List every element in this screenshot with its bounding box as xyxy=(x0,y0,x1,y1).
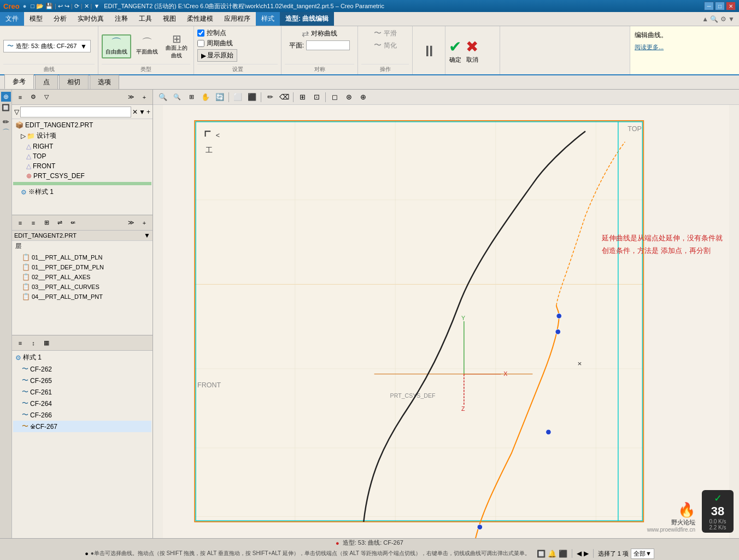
tab-point[interactable]: 点 xyxy=(35,75,58,89)
pause-button[interactable]: ⏸ xyxy=(421,42,437,60)
menu-analysis[interactable]: 分析 xyxy=(48,12,72,26)
tree-more-btn[interactable]: ≫ xyxy=(125,92,137,103)
menu-curve-edit[interactable]: 造型: 曲线编辑 xyxy=(280,12,334,26)
status-icon3[interactable]: ⬛ xyxy=(559,550,567,558)
new-icon[interactable]: □ xyxy=(31,3,34,10)
erase-btn[interactable]: ⌫ xyxy=(278,91,291,103)
regen-icon[interactable]: ⟳ xyxy=(74,3,79,10)
curve-cf267[interactable]: 〜 ※CF-267 xyxy=(13,421,151,432)
grid-btn[interactable]: ⊞ xyxy=(296,91,309,103)
wireframe-btn[interactable]: ⬜ xyxy=(231,91,244,103)
style-filter-btn[interactable]: ▦ xyxy=(40,338,52,349)
layer-03[interactable]: 📋 03__PRT_ALL_CURVES xyxy=(13,282,151,292)
view-orient-btn[interactable]: ⊛ xyxy=(342,91,355,103)
layer-02[interactable]: 📋 02__PRT_ALL_AXES xyxy=(13,272,151,282)
tree-front[interactable]: △ FRONT xyxy=(13,161,151,171)
save-icon[interactable]: 💾 xyxy=(45,3,53,10)
periodic-curve-checkbox[interactable] xyxy=(197,40,204,47)
curve-cf262[interactable]: 〜 CF-262 xyxy=(13,363,151,375)
search-clear-icon[interactable]: ✕ xyxy=(132,108,138,116)
control-points-checkbox[interactable] xyxy=(197,30,204,37)
tree-top[interactable]: △ TOP xyxy=(13,151,151,161)
status-arrow-right[interactable]: ▶ xyxy=(584,550,589,557)
zoom-in-btn[interactable]: 🔍 xyxy=(156,91,169,103)
status-all-dropdown[interactable]: 全部▼ xyxy=(631,549,654,559)
maximize-button[interactable]: □ xyxy=(715,2,725,10)
tree-right[interactable]: △ RIGHT xyxy=(13,142,151,151)
free-curve-button[interactable]: ⌒ 自由曲线 xyxy=(102,34,131,58)
open-icon[interactable]: 📂 xyxy=(36,3,44,10)
layer-split-btn[interactable]: ⇍ xyxy=(67,217,79,228)
settings-icon[interactable]: ▼ xyxy=(93,3,99,10)
menu-simulation[interactable]: 实时仿真 xyxy=(72,12,109,26)
menu-view[interactable]: 视图 xyxy=(157,12,181,26)
cancel-button[interactable]: ✖ 取消 xyxy=(466,38,478,64)
expand-all-btn[interactable]: ≡ xyxy=(14,92,26,103)
control-points-check[interactable]: 控制点 xyxy=(197,28,226,38)
status-icon2[interactable]: 🔔 xyxy=(548,550,556,558)
menu-flexible[interactable]: 柔性建模 xyxy=(181,12,219,26)
layer-list-btn[interactable]: ≡ xyxy=(27,217,39,228)
menu-tools[interactable]: 工具 xyxy=(133,12,157,26)
tree-csys[interactable]: ⊕ PRT_CSYS_DEF xyxy=(13,171,151,181)
rotate-btn[interactable]: 🔄 xyxy=(213,91,226,103)
layer-merge-btn[interactable]: ⇌ xyxy=(54,217,66,228)
close-win-icon[interactable]: ✕ xyxy=(84,3,89,10)
show-original-button[interactable]: ▶ 显示原始 xyxy=(197,49,237,62)
shaded-btn[interactable]: ⬛ xyxy=(245,91,259,103)
smooth-button[interactable]: 〜 平滑 xyxy=(374,28,397,38)
tree-search-input[interactable] xyxy=(20,107,131,117)
curve-cf261[interactable]: 〜 CF-261 xyxy=(13,386,151,398)
tree-design-group[interactable]: ▷ 📁 设计项 xyxy=(13,130,151,142)
menu-style[interactable]: 样式 xyxy=(256,12,280,26)
tab-reference[interactable]: 参考 xyxy=(4,74,34,89)
layer-add-btn[interactable]: + xyxy=(138,217,150,228)
surface-curve-button[interactable]: ⊞ 曲面上的曲线 xyxy=(163,32,190,61)
curve-cf266[interactable]: 〜 CF-266 xyxy=(13,409,151,421)
layer-01-def[interactable]: 📋 01__PRT_DEF_DTM_PLN xyxy=(13,262,151,272)
menu-annotation[interactable]: 注释 xyxy=(109,12,133,26)
snap-btn[interactable]: ⊡ xyxy=(310,91,323,103)
vp-more-btn[interactable]: ⊕ xyxy=(356,91,370,103)
layer-04[interactable]: 📋 04__PRT_ALL_DTM_PNT xyxy=(13,292,151,302)
tree-root[interactable]: 📦 EDIT_TANGENT2.PRT xyxy=(13,120,151,130)
layer-01-all[interactable]: 📋 01__PRT_ALL_DTM_PLN xyxy=(13,252,151,262)
search-add-icon[interactable]: + xyxy=(146,108,150,116)
tree-settings-btn[interactable]: ⚙ xyxy=(27,92,39,103)
curve-selector[interactable]: 〜 造型: 53: 曲线: CF-267 ▼ xyxy=(3,40,91,52)
select-tool[interactable]: ⊕ xyxy=(1,92,11,102)
draw-btn[interactable]: ✏ xyxy=(263,91,277,103)
layer-file-selector[interactable]: EDIT_TANGENT2.PRT ▼ xyxy=(12,231,153,241)
tab-options[interactable]: 选项 xyxy=(90,75,119,89)
search-dropdown-icon[interactable]: ▼ xyxy=(139,108,145,116)
tab-tangent[interactable]: 相切 xyxy=(59,75,89,89)
symmetry-curve-button[interactable]: ⇄ 对称曲线 xyxy=(302,28,337,39)
tree-add-btn[interactable]: + xyxy=(138,92,150,103)
layer-grid-btn[interactable]: ⊞ xyxy=(40,217,52,228)
menu-apps[interactable]: 应用程序 xyxy=(219,12,256,26)
tree-style1[interactable]: ⚙ ※样式 1 xyxy=(13,186,151,198)
sketch-icon[interactable]: ✏ xyxy=(1,117,11,127)
curve-cf264[interactable]: 〜 CF-264 xyxy=(13,398,151,409)
pan-btn[interactable]: ✋ xyxy=(199,91,212,103)
confirm-button[interactable]: ✔ 确定 xyxy=(449,38,461,64)
zoom-out-btn[interactable]: 🔍 xyxy=(171,91,184,103)
menu-model[interactable]: 模型 xyxy=(24,12,48,26)
zoom-fit-btn[interactable]: ⊞ xyxy=(185,91,198,103)
close-button[interactable]: ✕ xyxy=(726,2,736,10)
view-tool[interactable]: 🔲 xyxy=(1,103,11,113)
status-icon1[interactable]: 🔲 xyxy=(537,550,546,558)
undo-icon[interactable]: ↩ xyxy=(58,3,63,10)
flat-curve-button[interactable]: ⌒ 平面曲线 xyxy=(133,36,161,57)
help-link[interactable]: 阅读更多... xyxy=(635,44,664,50)
minimize-button[interactable]: ─ xyxy=(704,2,714,10)
curve-tool-icon[interactable]: ⌒ xyxy=(1,128,11,138)
curve-cf265[interactable]: 〜 CF-265 xyxy=(13,375,151,386)
redo-icon[interactable]: ↪ xyxy=(64,3,69,10)
status-arrow-left[interactable]: ◀ xyxy=(577,550,582,557)
periodic-curve-check[interactable]: 周期曲线 xyxy=(197,39,233,48)
tree-filter-btn[interactable]: ▽ xyxy=(40,92,52,103)
main-canvas[interactable]: TOP < 工 FRONT PRT_CSYS_DEF Y X Z xyxy=(153,105,739,538)
flat-input[interactable] xyxy=(306,40,350,50)
style-expand-btn[interactable]: ≡ xyxy=(14,338,26,349)
